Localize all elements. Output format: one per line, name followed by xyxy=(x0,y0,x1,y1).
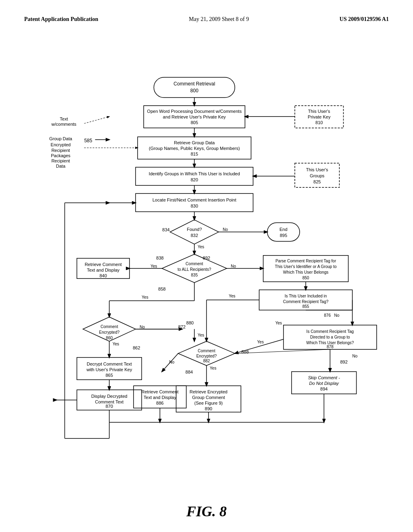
diagram-area: 585 Comment Retrieval 800 Open Word Proc… xyxy=(24,31,389,514)
page: Patent Application Publication May 21, 2… xyxy=(0,0,413,532)
label-no-878: No xyxy=(353,354,358,358)
label-810-3: 810 xyxy=(315,120,323,125)
label-858: 858 xyxy=(158,287,165,291)
label-packages: Packages xyxy=(51,153,71,158)
label-872: 872 xyxy=(178,324,186,329)
label-850-1: Parse Comment Recipient Tag for xyxy=(275,259,336,263)
label-recipient: Recipient xyxy=(51,148,70,153)
label-text-wcomments2: w/comments xyxy=(51,122,76,127)
label-805-3: 805 xyxy=(191,120,198,125)
label-835-2: to ALL Recipients? xyxy=(177,267,211,272)
label-yes-880: Yes xyxy=(198,333,204,337)
flowchart-svg: 585 Comment Retrieval 800 Open Word Proc… xyxy=(24,31,389,514)
label-yes-835: Yes xyxy=(150,264,157,268)
label-820-2: 820 xyxy=(191,177,198,182)
label-834: 834 xyxy=(162,227,169,232)
label-yes-855b: Yes xyxy=(229,294,235,298)
label-800-1: Comment Retrieval xyxy=(173,81,215,87)
label-862: 862 xyxy=(133,345,140,350)
node-895 xyxy=(267,222,300,241)
label-no-860: No xyxy=(140,325,145,329)
label-text-wcomments: Text xyxy=(60,116,68,121)
label-865-2: with User's Private Key xyxy=(86,367,132,372)
fig-label: FIG. 8 xyxy=(186,503,227,520)
label-yes-855: Yes xyxy=(275,321,282,325)
label-recipient2: Recipient xyxy=(51,158,70,163)
label-830-1: Locate First/Next Comment Insertion Poin… xyxy=(152,197,236,202)
label-865-3: 865 xyxy=(106,373,113,378)
label-yes-832: Yes xyxy=(198,245,204,249)
label-585: 585 xyxy=(84,138,92,143)
label-835-1: Comment xyxy=(186,262,203,266)
label-890-4: 890 xyxy=(205,406,212,411)
label-888: 888 xyxy=(241,349,248,354)
svg-line-26 xyxy=(162,353,178,372)
label-832-2: 832 xyxy=(191,233,198,238)
label-884: 884 xyxy=(186,370,193,374)
label-855-1: Is This User Included in xyxy=(285,294,327,298)
label-880: 880 xyxy=(186,320,194,325)
label-860-1: Comment xyxy=(100,324,118,329)
label-890-3: (See Figure 9) xyxy=(194,401,223,405)
label-encrypted: Encrypted xyxy=(51,142,71,147)
label-840-1: Retrieve Comment xyxy=(85,262,122,267)
label-878-2: Directed to a Group to xyxy=(310,335,350,339)
label-882-1: Comment xyxy=(198,349,215,353)
label-894-1: Skip Comment - xyxy=(308,375,340,380)
label-850-2: This User's Identifier or A Group to xyxy=(275,264,337,269)
label-yes-882: Yes xyxy=(210,366,216,370)
label-876: 876 xyxy=(324,313,331,318)
header-right: US 2009/0129596 A1 xyxy=(340,16,389,23)
label-810-2: Private Key xyxy=(308,114,331,119)
label-850-3: Which This User Belongs xyxy=(283,270,328,274)
svg-line-3 xyxy=(84,116,109,123)
label-no-835: No xyxy=(231,264,236,268)
label-830-2: 830 xyxy=(191,204,198,208)
label-865-1: Decrypt Comment Text xyxy=(87,362,132,366)
label-860-3: 860 xyxy=(106,336,113,340)
label-895-2: 895 xyxy=(280,233,287,238)
header-center: May 21, 2009 Sheet 8 of 9 xyxy=(189,16,249,23)
label-825-1: This User's xyxy=(306,167,328,172)
label-no-832: No xyxy=(223,227,228,232)
header-left: Patent Application Publication xyxy=(24,16,98,23)
label-886-1: Retrieve Comment xyxy=(142,389,179,394)
label-yes-860: Yes xyxy=(113,342,119,346)
label-805-1: Open Word Processing Document w/Comments xyxy=(147,109,242,114)
label-894-2: Do Not Display xyxy=(309,381,339,386)
node-830 xyxy=(136,193,253,212)
label-860-2: Encrypted? xyxy=(99,330,120,335)
label-no-855: No xyxy=(334,313,339,318)
label-895-1: End xyxy=(280,227,288,232)
label-894-3: 894 xyxy=(320,387,327,391)
label-890-1: Retrieve Encrypted xyxy=(190,389,227,394)
label-886-2: Text and Display xyxy=(144,395,176,400)
label-group-data: Group Data xyxy=(49,136,73,141)
label-882-3: 882 xyxy=(203,359,210,363)
node-832 xyxy=(170,220,219,244)
label-870-3: 870 xyxy=(106,404,113,409)
label-838: 838 xyxy=(156,256,163,260)
label-805-2: and Retrieve User's Private Key xyxy=(163,114,226,119)
label-890-2: Group Comment xyxy=(192,395,225,400)
label-855-2: Comment Recipient Tag? xyxy=(283,299,329,304)
label-892b: 892 xyxy=(340,360,347,364)
label-data: Data xyxy=(56,164,66,168)
label-yes-858: Yes xyxy=(142,295,148,299)
label-855-3: 855 xyxy=(302,304,309,309)
label-840-3: 840 xyxy=(100,273,107,278)
page-header: Patent Application Publication May 21, 2… xyxy=(24,16,389,23)
label-886-3: 886 xyxy=(156,401,163,405)
label-825-3: 825 xyxy=(313,179,321,184)
label-815-1: Retrieve Group Data xyxy=(174,140,215,145)
label-815-2: (Group Names, Public Keys, Group Members… xyxy=(149,146,240,151)
label-820-1: Identify Groups in Which This User is In… xyxy=(149,171,240,176)
label-870-1: Display Decrypted xyxy=(91,394,127,399)
label-800-2: 800 xyxy=(190,88,198,94)
node-800 xyxy=(154,77,235,98)
label-815-3: 815 xyxy=(191,152,198,156)
label-yes-878: Yes xyxy=(257,340,264,344)
label-850-4: 850 xyxy=(302,276,309,280)
label-825-2: Groups xyxy=(310,173,325,178)
label-878-4: 878 xyxy=(327,345,334,349)
